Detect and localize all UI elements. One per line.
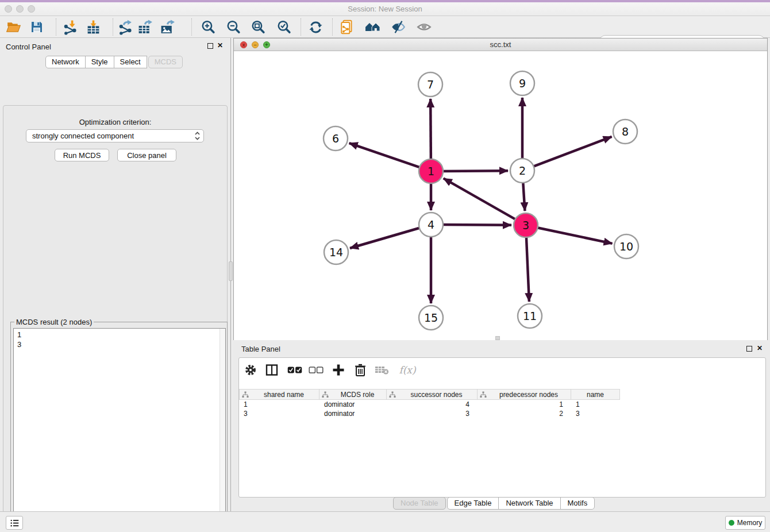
import-table-button[interactable] xyxy=(85,19,101,35)
select-all-columns-button[interactable] xyxy=(287,363,302,377)
mcds-result-title: MCDS result (2 nodes) xyxy=(14,318,94,326)
edge-3-10[interactable] xyxy=(536,228,613,244)
tab-node-table[interactable]: Node Table xyxy=(393,497,446,510)
tab-network-table[interactable]: Network Table xyxy=(498,497,560,510)
optimization-criterion-select[interactable]: strongly connected component xyxy=(26,129,204,142)
delete-table-icon xyxy=(375,364,390,376)
export-image-button[interactable] xyxy=(159,19,175,35)
zoom-in-icon xyxy=(201,20,216,35)
open-session-button[interactable] xyxy=(5,19,21,35)
table-row[interactable]: 1 dominator 4 1 1 xyxy=(239,400,765,409)
column-header-shared-name[interactable]: shared name xyxy=(239,389,319,400)
delete-table-button[interactable] xyxy=(375,363,390,377)
show-panels-button[interactable] xyxy=(6,516,23,530)
main-toolbar xyxy=(0,16,770,38)
delete-column-button[interactable] xyxy=(353,363,368,377)
network-maximize-button[interactable]: + xyxy=(263,41,270,48)
cell-successor-nodes[interactable]: 3 xyxy=(387,410,478,418)
zoom-out-button[interactable] xyxy=(225,19,241,35)
mcds-result-line: 3 xyxy=(17,340,225,349)
node-label-6: 6 xyxy=(332,132,339,145)
clone-network-button[interactable] xyxy=(339,19,355,35)
control-panel-title: Control Panel xyxy=(6,43,51,51)
cell-name[interactable]: 3 xyxy=(571,410,620,418)
cell-shared-name[interactable]: 1 xyxy=(239,400,319,408)
result-scrollbar[interactable] xyxy=(220,329,225,532)
column-header-predecessor-nodes[interactable]: predecessor nodes xyxy=(478,389,571,400)
float-table-panel-icon[interactable] xyxy=(746,346,752,352)
zoom-selected-icon xyxy=(276,20,292,35)
edge-1-6[interactable] xyxy=(349,143,421,168)
export-table-button[interactable] xyxy=(137,19,153,35)
home-button[interactable] xyxy=(365,19,381,35)
memory-label: Memory xyxy=(737,519,762,527)
network-minimize-button[interactable]: – xyxy=(252,41,259,48)
tab-style[interactable]: Style xyxy=(85,56,114,68)
edge-4-3[interactable] xyxy=(441,225,511,225)
node-label-7: 7 xyxy=(427,78,434,91)
export-table-icon xyxy=(137,20,153,35)
network-window-titlebar[interactable]: x – + scc.txt xyxy=(234,38,767,51)
apply-layout-button[interactable] xyxy=(307,19,324,35)
memory-button[interactable]: Memory xyxy=(725,516,765,530)
edge-3-11[interactable] xyxy=(526,236,529,302)
add-column-button[interactable] xyxy=(331,363,346,377)
tab-motifs[interactable]: Motifs xyxy=(560,497,595,510)
cell-mcds-role[interactable]: dominator xyxy=(319,410,387,418)
minimize-window-button[interactable] xyxy=(16,5,24,13)
edge-3-1[interactable] xyxy=(444,178,517,220)
toggle-label-visibility-button[interactable] xyxy=(390,19,406,35)
cell-mcds-role[interactable]: dominator xyxy=(319,400,387,408)
float-panel-icon[interactable] xyxy=(207,43,213,49)
cell-shared-name[interactable]: 3 xyxy=(239,410,319,418)
edge-2-8[interactable] xyxy=(532,137,612,167)
save-session-icon xyxy=(29,20,44,34)
tab-select[interactable]: Select xyxy=(114,56,147,68)
tab-network[interactable]: Network xyxy=(45,56,86,68)
cell-predecessor-nodes[interactable]: 1 xyxy=(478,400,571,408)
export-network-button[interactable] xyxy=(117,19,133,35)
edge-1-7[interactable] xyxy=(430,99,431,161)
close-panel-icon[interactable]: ✕ xyxy=(217,43,223,48)
column-header-successor-nodes[interactable]: successor nodes xyxy=(387,389,478,400)
network-graph[interactable]: 7968124314101511 xyxy=(234,51,767,340)
zoom-window-button[interactable] xyxy=(28,5,35,13)
clone-network-icon xyxy=(339,19,355,35)
tab-mcds[interactable]: MCDS xyxy=(148,56,183,68)
cell-name[interactable]: 1 xyxy=(571,400,620,408)
close-panel-button[interactable]: Close panel xyxy=(117,149,176,161)
split-pane-divider[interactable] xyxy=(229,261,233,281)
mcds-result-textarea[interactable]: 1 3 xyxy=(13,328,226,532)
node-label-1: 1 xyxy=(428,165,434,178)
eye-button[interactable] xyxy=(416,19,432,35)
zoom-fit-button[interactable] xyxy=(250,19,266,35)
column-header-mcds-role[interactable]: MCDS role xyxy=(319,389,387,400)
zoom-in-button[interactable] xyxy=(200,19,216,35)
edge-1-2[interactable] xyxy=(441,171,508,171)
cell-successor-nodes[interactable]: 4 xyxy=(387,400,478,408)
network-canvas[interactable]: 7968124314101511 xyxy=(234,51,767,340)
edge-2-3[interactable] xyxy=(523,181,525,211)
run-mcds-button[interactable]: Run MCDS xyxy=(55,149,109,161)
cell-predecessor-nodes[interactable]: 2 xyxy=(478,410,571,418)
function-builder-button[interactable]: f(x) xyxy=(397,363,418,377)
gear-button[interactable] xyxy=(243,363,258,377)
control-panel-tabs: Network Style Select MCDS xyxy=(45,56,183,68)
node-label-2: 2 xyxy=(519,164,526,177)
edge-4-14[interactable] xyxy=(350,228,421,248)
trash-icon xyxy=(354,363,367,377)
close-window-button[interactable] xyxy=(5,5,12,13)
table-row[interactable]: 3 dominator 3 2 3 xyxy=(239,409,765,418)
column-header-name[interactable]: name xyxy=(571,389,620,400)
tab-edge-table[interactable]: Edge Table xyxy=(447,497,499,510)
save-session-button[interactable] xyxy=(29,19,45,35)
open-session-icon xyxy=(6,20,21,35)
network-close-button[interactable]: x xyxy=(240,41,247,48)
zoom-selected-button[interactable] xyxy=(276,19,292,35)
unselect-all-columns-button[interactable] xyxy=(309,363,324,377)
import-network-button[interactable] xyxy=(62,19,78,35)
close-table-panel-icon[interactable]: ✕ xyxy=(757,345,763,351)
split-columns-button[interactable] xyxy=(264,363,279,377)
canvas-resize-grip[interactable] xyxy=(495,336,500,340)
toolbar-separator xyxy=(332,18,333,36)
